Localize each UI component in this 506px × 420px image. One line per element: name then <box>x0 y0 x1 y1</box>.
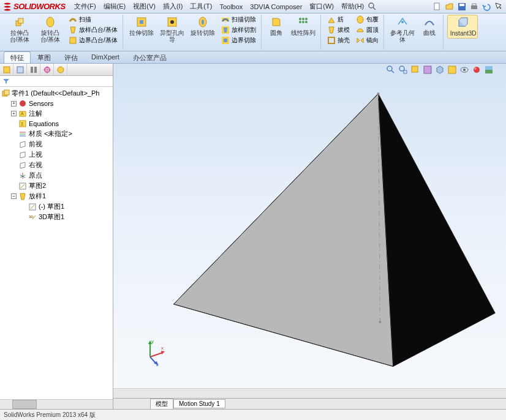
tree-node-sketch1[interactable]: (-) 草图1 <box>0 201 113 212</box>
tab-dimxpert[interactable]: DimXpert <box>85 51 126 63</box>
save-icon[interactable] <box>457 2 467 12</box>
svg-point-64 <box>474 67 480 73</box>
edit-appearance-icon[interactable] <box>472 65 481 75</box>
menu-view[interactable]: 视图(V) <box>129 1 159 12</box>
fm-tab-tree[interactable] <box>0 64 13 75</box>
feature-manager-panel: 零件1 (Default<<Default>_Ph +Sensors +A注解 … <box>0 64 113 409</box>
menu-file[interactable]: 文件(F) <box>70 1 100 12</box>
svg-rect-58 <box>404 70 407 73</box>
tree-root[interactable]: 零件1 (Default<<Default>_Ph <box>0 88 113 99</box>
fm-tab-property[interactable] <box>13 64 27 75</box>
open-icon[interactable] <box>445 2 455 12</box>
tree-node-right-plane[interactable]: 右视 <box>0 160 113 170</box>
undo-icon[interactable] <box>481 2 491 12</box>
menu-tools[interactable]: 工具(T) <box>186 1 216 12</box>
fm-tab-dimxpert[interactable] <box>40 64 54 75</box>
svg-point-24 <box>299 21 301 23</box>
tree-node-material[interactable]: 材质 <未指定> <box>0 129 113 139</box>
filter-icon <box>2 78 10 85</box>
hole-wizard-button[interactable]: 异型孔向导 <box>157 15 187 44</box>
pattern-icon <box>297 16 309 28</box>
sweep-button[interactable]: 扫描 <box>66 15 120 24</box>
shell-button[interactable]: 抽壳 <box>325 36 352 45</box>
tree-node-loft1[interactable]: −放样1 <box>0 191 113 201</box>
select-icon[interactable] <box>494 2 504 12</box>
equations-icon: Σ <box>18 119 27 128</box>
tree-node-annotations[interactable]: +A注解 <box>0 108 113 119</box>
tab-sketch[interactable]: 草图 <box>31 51 58 63</box>
tab-evaluate[interactable]: 评估 <box>58 51 85 63</box>
cut-loft-icon <box>221 26 230 34</box>
tree-node-origin[interactable]: 原点 <box>0 170 113 181</box>
feature-filter-bar[interactable] <box>0 76 113 87</box>
menu-window[interactable]: 窗口(W) <box>306 1 338 12</box>
graphics-viewport[interactable]: y x z 模型 Motion Study 1 <box>113 64 506 409</box>
wrap-button[interactable]: 包覆 <box>353 15 381 24</box>
draft-button[interactable]: 拔模 <box>325 25 352 35</box>
tree-node-top-plane[interactable]: 上视 <box>0 149 113 160</box>
ribbon-toolbar: 拉伸凸台/基体 旋转凸台/基体 扫描 放样凸台/基体 边界凸台/基体 拉伸切除 … <box>0 13 506 51</box>
section-view-icon[interactable] <box>423 65 432 75</box>
expand-icon[interactable]: + <box>11 101 17 107</box>
menu-insert[interactable]: 插入(I) <box>159 1 186 12</box>
menu-edit[interactable]: 编辑(E) <box>100 1 130 12</box>
cut-revolve-button[interactable]: 旋转切除 <box>188 15 217 37</box>
model-tab-motion[interactable]: Motion Study 1 <box>173 399 225 408</box>
cut-sweep-button[interactable]: 扫描切除 <box>219 15 259 24</box>
linear-pattern-button[interactable]: 线性阵列 <box>289 15 318 37</box>
svg-rect-10 <box>70 37 76 43</box>
svg-rect-60 <box>424 66 431 73</box>
quick-access-toolbar <box>432 2 504 12</box>
reference-geometry-button[interactable]: 参考几何体 <box>388 15 417 44</box>
viewport-hscrollbar[interactable] <box>113 388 506 398</box>
fm-tab-display[interactable] <box>54 64 67 75</box>
menu-help[interactable]: 帮助(H) <box>338 1 368 12</box>
collapse-icon[interactable]: − <box>11 193 17 199</box>
tree-node-sketch2[interactable]: 草图2 <box>0 181 113 191</box>
fm-tab-config[interactable] <box>27 64 40 75</box>
instant3d-button[interactable]: Instant3D <box>447 15 478 39</box>
tab-features[interactable]: 特征 <box>4 51 31 63</box>
hide-show-icon[interactable] <box>459 65 469 75</box>
mirror-button[interactable]: 镜向 <box>353 36 381 45</box>
cut-extrude-button[interactable]: 拉伸切除 <box>127 15 156 37</box>
tab-office[interactable]: 办公室产品 <box>126 51 173 63</box>
zoom-fit-icon[interactable] <box>386 65 396 75</box>
new-icon[interactable] <box>432 2 442 12</box>
fillet-button[interactable]: 圆角 <box>265 15 287 37</box>
svg-point-41 <box>20 100 26 107</box>
refgeom-icon <box>396 16 409 28</box>
view-orientation-icon[interactable] <box>435 65 445 75</box>
loft-boss-button[interactable]: 放样凸台/基体 <box>66 25 120 35</box>
model-tab-model[interactable]: 模型 <box>150 399 173 410</box>
menu-3dvia[interactable]: 3DVIA Composer <box>246 2 306 12</box>
curves-button[interactable]: 曲线 <box>418 15 440 37</box>
extrude-boss-button[interactable]: 拉伸凸台/基体 <box>5 15 34 44</box>
sidebar-hscrollbar[interactable] <box>0 399 113 409</box>
expand-icon[interactable]: + <box>11 111 17 116</box>
revolve-boss-button[interactable]: 旋转凸台/基体 <box>36 15 65 44</box>
svg-rect-20 <box>224 39 227 42</box>
tree-node-front-plane[interactable]: 前视 <box>0 139 113 149</box>
boundary-boss-button[interactable]: 边界凸台/基体 <box>66 36 120 45</box>
tree-node-equations[interactable]: ΣEquations <box>0 119 113 129</box>
zoom-area-icon[interactable] <box>398 65 408 75</box>
view-triad[interactable]: y x z <box>138 336 168 366</box>
cut-boundary-button[interactable]: 边界切除 <box>219 36 259 45</box>
tree-node-3dsketch1[interactable]: 3D3D草图1 <box>0 212 113 222</box>
tree-node-sensors[interactable]: +Sensors <box>0 99 113 108</box>
menu-toolbox[interactable]: Toolbox <box>216 2 246 12</box>
svg-text:y: y <box>151 339 154 344</box>
dome-button[interactable]: 圆顶 <box>353 25 381 35</box>
previous-view-icon[interactable] <box>410 65 420 75</box>
plane-icon <box>18 151 27 159</box>
search-icon[interactable] <box>368 2 377 12</box>
display-style-icon[interactable] <box>447 65 457 75</box>
print-icon[interactable] <box>469 2 479 12</box>
svg-rect-33 <box>31 67 33 73</box>
annotations-icon: A <box>18 110 27 118</box>
cut-loft-button[interactable]: 放样切割 <box>219 25 259 35</box>
status-bar: SolidWorks Premium 2013 x64 版 <box>0 409 506 420</box>
apply-scene-icon[interactable] <box>484 65 494 75</box>
rib-button[interactable]: 筋 <box>325 15 352 24</box>
